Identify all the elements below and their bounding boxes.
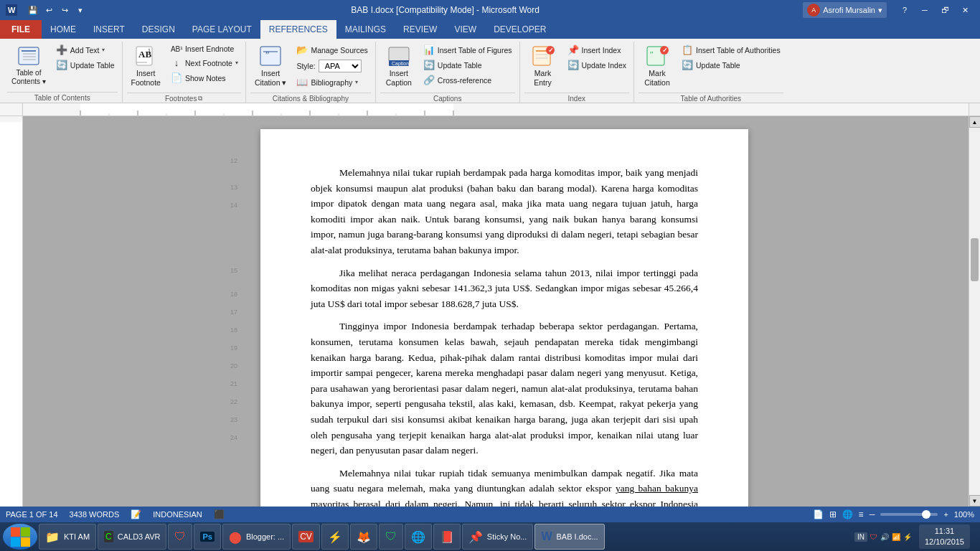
maximize-btn[interactable]: 🗗 (936, 4, 954, 17)
taskbar-shield[interactable]: 🛡 (379, 524, 403, 550)
lang-indicator[interactable]: IN (854, 532, 867, 542)
cross-reference-btn[interactable]: 🔗 Cross-reference (420, 73, 515, 87)
footnotes-group-label: Footnotes ⧉ (127, 93, 241, 104)
help-btn[interactable]: ? (895, 4, 914, 17)
view-web-icon[interactable]: 🌐 (842, 509, 853, 519)
blogger-label: Blogger: ... (246, 532, 284, 541)
insert-endnote-icon: AB¹ (171, 45, 182, 53)
book-icon: 📕 (440, 530, 454, 544)
update-index-btn[interactable]: 🔄 Update Index (565, 58, 629, 72)
tab-developer[interactable]: DEVELOPER (485, 20, 555, 39)
zoom-slider[interactable] (880, 513, 938, 516)
insert-authorities-btn[interactable]: 📋 Insert Table of Authorities (679, 43, 783, 57)
network-icon[interactable]: 📶 (892, 533, 900, 541)
zoom-in-btn[interactable]: + (943, 510, 948, 519)
taskbar-cv[interactable]: CV (292, 524, 320, 550)
language[interactable]: INDONESIAN (153, 510, 202, 519)
svg-text:✓: ✓ (548, 47, 554, 54)
zoom-level[interactable]: 100% (954, 510, 974, 519)
taskbar-cald3[interactable]: C CALD3 AVR (98, 524, 166, 550)
insert-footnote-btn[interactable]: AB 1 InsertFootnote (127, 42, 165, 90)
tab-home[interactable]: HOME (42, 20, 85, 39)
clock[interactable]: 11:31 12/10/2015 (919, 524, 970, 550)
insert-footnote-label: InsertFootnote (131, 69, 161, 87)
next-footnote-icon: ↓ (171, 57, 182, 68)
mark-entry-label: MarkEntry (534, 69, 552, 87)
taskbar-avast[interactable]: 🛡 (168, 524, 192, 550)
taskbar-chrome[interactable]: 🌐 (405, 524, 432, 550)
footnotes-expand-btn[interactable]: ⧉ (198, 95, 202, 103)
mark-entry-btn[interactable]: ✓ MarkEntry (524, 42, 562, 90)
style-btn[interactable]: Style: APA MLA Chicago (293, 58, 370, 74)
save-quick-btn[interactable]: 💾 (26, 4, 40, 17)
word-icon: W (6, 4, 17, 16)
next-footnote-btn[interactable]: ↓ Next Footnote ▾ (168, 56, 241, 70)
v-scrollbar[interactable]: ▲ ▼ (969, 116, 980, 507)
taskbar-book[interactable]: 📕 (433, 524, 461, 550)
title-bar-left: W 💾 ↩ ↪ ▾ (6, 4, 88, 17)
file-tab[interactable]: FILE (0, 20, 42, 39)
taskbar-blogger[interactable]: ⬤ Blogger: ... (222, 524, 291, 550)
user-area[interactable]: A Asrofi Mursalin ▾ (803, 2, 887, 18)
style-select[interactable]: APA MLA Chicago (319, 60, 362, 72)
authorities-group-content: " ✓ MarkCitation 📋 Insert Table of Autho… (639, 42, 783, 93)
minimize-btn[interactable]: ─ (915, 4, 934, 17)
battery-icon[interactable]: ⚡ (903, 533, 912, 541)
insert-caption-btn[interactable]: Caption InsertCaption (380, 42, 418, 90)
undo-quick-btn[interactable]: ↩ (42, 4, 56, 17)
user-dropdown[interactable]: ▾ (878, 6, 882, 15)
show-notes-btn[interactable]: 📄 Show Notes (168, 71, 241, 85)
manage-sources-icon: 📂 (296, 44, 308, 55)
tab-page-layout[interactable]: PAGE LAYOUT (184, 20, 260, 39)
close-btn[interactable]: ✕ (956, 4, 974, 17)
taskbar-sticky[interactable]: 📌 Sticky No... (462, 524, 534, 550)
shield-icon: 🛡 (385, 530, 397, 543)
tab-view[interactable]: VIEW (446, 20, 485, 39)
zoom-out-btn[interactable]: ─ (870, 510, 875, 519)
view-draft-icon[interactable]: ≡ (859, 509, 864, 519)
add-text-btn[interactable]: ➕ Add Text ▾ (53, 43, 118, 57)
taskbar-ps[interactable]: Ps (194, 524, 220, 550)
insert-table-figures-btn[interactable]: 📊 Insert Table of Figures (420, 43, 515, 57)
antivirus-icon[interactable]: 🛡 (870, 533, 877, 541)
index-group-content: ✓ MarkEntry 📌 Insert Index 🔄 Update Inde… (524, 42, 629, 93)
table-of-contents-btn[interactable]: Table ofContents ▾ (7, 42, 50, 89)
view-fullscreen-icon[interactable]: ⊞ (829, 509, 837, 519)
scrollbar-thumb[interactable] (971, 238, 979, 281)
insert-citation-btn[interactable]: " InsertCitation ▾ (250, 42, 291, 90)
sticky-icon: 📌 (468, 530, 483, 544)
scroll-up-btn[interactable]: ▲ (969, 116, 981, 128)
insert-endnote-btn[interactable]: AB¹ Insert Endnote (168, 43, 241, 55)
manage-sources-btn[interactable]: 📂 Manage Sources (293, 43, 370, 57)
start-button[interactable] (3, 524, 37, 550)
tab-review[interactable]: REVIEW (395, 20, 446, 39)
page-container[interactable]: 12 13 14 15 16 17 18 19 20 21 22 23 24 M… (23, 116, 969, 507)
view-print-icon[interactable]: 📄 (813, 509, 824, 519)
document-page[interactable]: Melemahnya nilai tukar rupiah berdampak … (260, 129, 748, 507)
index-small-btns: 📌 Insert Index 🔄 Update Index (565, 42, 629, 72)
update-table-toc-icon: 🔄 (56, 60, 67, 70)
taskbar-flash[interactable]: ⚡ (321, 524, 349, 550)
insert-index-label: Insert Index (582, 46, 621, 55)
tab-references[interactable]: REFERENCES (260, 20, 336, 39)
taskbar-word[interactable]: W BAB I.doc... (534, 524, 604, 550)
update-table-toc-btn[interactable]: 🔄 Update Table (53, 58, 118, 72)
tab-design[interactable]: DESIGN (133, 20, 184, 39)
update-table-captions-btn[interactable]: 🔄 Update Table (420, 58, 515, 72)
bibliography-btn[interactable]: 📖 Bibliography ▾ (293, 75, 370, 89)
taskbar-firefox[interactable]: 🦊 (350, 524, 377, 550)
scrollbar-track[interactable] (969, 128, 980, 495)
update-table-authorities-btn[interactable]: 🔄 Update Table (679, 58, 783, 72)
qs-dropdown[interactable]: ▾ (73, 4, 88, 17)
svg-text:Caption: Caption (392, 61, 409, 67)
tab-insert[interactable]: INSERT (85, 20, 133, 39)
insert-index-btn[interactable]: 📌 Insert Index (565, 43, 629, 57)
redo-quick-btn[interactable]: ↪ (57, 4, 72, 17)
tab-mailings[interactable]: MAILINGS (336, 20, 395, 39)
toc-group-content: Table ofContents ▾ ➕ Add Text ▾ 🔄 Update… (7, 42, 118, 92)
footnote-small-btns: AB¹ Insert Endnote ↓ Next Footnote ▾ 📄 S… (168, 42, 241, 85)
speaker-icon[interactable]: 🔊 (880, 533, 889, 541)
scroll-down-btn[interactable]: ▼ (969, 495, 981, 507)
mark-citation-btn[interactable]: " ✓ MarkCitation (639, 42, 676, 90)
taskbar-kti-am[interactable]: 📁 KTI AM (39, 524, 96, 550)
